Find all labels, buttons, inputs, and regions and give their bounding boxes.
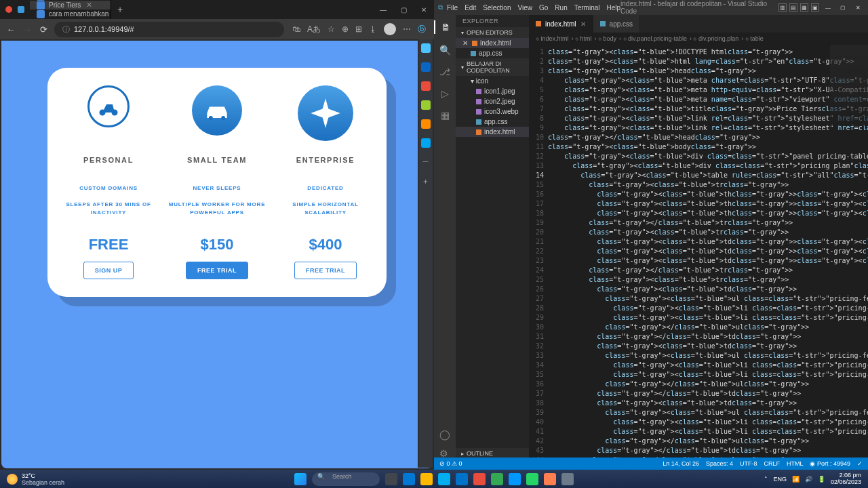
search-icon[interactable]: 🔍 — [439, 45, 451, 56]
tools-icon[interactable] — [421, 62, 431, 72]
more-icon[interactable]: ⋯ — [403, 24, 411, 34]
minimap[interactable] — [830, 45, 868, 126]
youtube-icon[interactable] — [473, 473, 486, 485]
add-icon[interactable]: ＋ — [421, 176, 431, 186]
url-input[interactable]: ⓘ 127.0.0.1:49949/# — [54, 22, 284, 37]
system-tray[interactable]: ˄ ENG 📶 🔊 🔋 2:06 pm 02/06/2023 — [764, 472, 868, 486]
copilot-icon[interactable]: ⓑ — [418, 24, 426, 35]
run-debug-icon[interactable]: ▷ — [441, 88, 449, 99]
taskbar-search[interactable]: 🔍Search — [312, 472, 380, 486]
office-icon[interactable] — [421, 119, 431, 129]
menu-item[interactable]: Help — [607, 4, 621, 12]
browser-tab[interactable]: Price Tiers✕ — [30, 1, 111, 9]
edge-icon[interactable] — [403, 473, 415, 485]
app-icon[interactable] — [544, 473, 556, 485]
menu-item[interactable]: Edit — [465, 4, 476, 12]
breadcrumb[interactable]: ⟐ index.html› ⟐ html› ⟐ body› ⟐ div.pane… — [529, 33, 868, 45]
maximize-button[interactable]: ▢ — [837, 3, 849, 12]
menu-item[interactable]: View — [518, 4, 533, 12]
status-item[interactable]: Ln 14, Col 26 — [663, 460, 699, 467]
vscode-icon[interactable] — [509, 473, 521, 485]
close-icon[interactable]: ✕ — [86, 1, 92, 9]
file-item[interactable]: icon1.jpeg — [456, 86, 529, 96]
shopping-icon[interactable] — [421, 81, 431, 91]
breadcrumb-item[interactable]: › ⟐ body — [595, 35, 617, 42]
browser-tab[interactable]: cara menambahkan shadow p✕ — [30, 9, 111, 18]
store-icon[interactable] — [438, 473, 450, 485]
menu-item[interactable]: Terminal — [574, 4, 600, 12]
free-trial-button[interactable]: FREE TRIAL — [294, 262, 357, 279]
menu-item[interactable]: Run — [555, 4, 567, 12]
minimize-button[interactable]: — — [373, 6, 393, 14]
close-icon[interactable]: ✕ — [462, 39, 468, 47]
project-section[interactable]: BELAJAR DI CODEPOLITAN — [456, 58, 529, 76]
explorer-icon[interactable]: 🗎 — [434, 20, 456, 34]
whatsapp-icon[interactable] — [526, 473, 538, 485]
editor-tab[interactable]: index.html✕ — [529, 15, 593, 33]
close-button[interactable]: ✕ — [414, 6, 434, 14]
maximize-button[interactable]: ▢ — [393, 6, 414, 14]
back-button[interactable]: ← — [5, 24, 16, 35]
word-icon[interactable] — [456, 473, 468, 485]
battery-icon[interactable]: 🔋 — [818, 476, 825, 483]
shopping-icon[interactable]: 🛍 — [292, 24, 300, 34]
status-item[interactable]: ◉ Port : 49949 — [810, 460, 850, 467]
folder-item[interactable]: ▾ icon — [456, 76, 529, 86]
app-icon[interactable] — [561, 473, 574, 485]
layout-icon[interactable]: ▣ — [811, 3, 819, 12]
layout-icon[interactable]: ▦ — [800, 3, 808, 12]
open-editor-item[interactable]: ✕index.html — [456, 38, 529, 48]
breadcrumb-item[interactable]: › ⟐ div.panel.pricing-table — [619, 35, 687, 42]
close-icon[interactable]: ✕ — [580, 20, 586, 28]
status-item[interactable]: HTML — [787, 460, 804, 467]
status-item[interactable]: Spaces: 4 — [706, 460, 733, 467]
reload-button[interactable]: ⟳ — [38, 24, 49, 35]
problems-status[interactable]: ⊘ 0 ⚠ 0 — [439, 460, 462, 467]
layout-icon[interactable]: ▥ — [778, 3, 787, 12]
file-item[interactable]: app.css — [456, 117, 529, 127]
file-item[interactable]: index.html — [456, 127, 529, 137]
clock[interactable]: 2:06 pm 02/06/2023 — [831, 472, 861, 486]
editor-tab[interactable]: app.css — [593, 15, 640, 33]
new-tab-button[interactable]: + — [111, 4, 129, 15]
weather-widget[interactable]: 32°C Sebagian cerah — [0, 472, 71, 486]
minimize-button[interactable]: — — [822, 3, 834, 12]
menu-item[interactable]: Go — [539, 4, 548, 12]
favorite-icon[interactable]: ☆ — [328, 24, 335, 34]
extensions-icon[interactable]: ⊞ — [355, 24, 362, 34]
open-editors-section[interactable]: OPEN EDITORS — [456, 27, 529, 38]
read-aloud-icon[interactable]: Aあ — [307, 24, 321, 35]
breadcrumb-item[interactable]: ⟐ index.html — [536, 35, 569, 42]
downloads-icon[interactable]: ⭳ — [369, 24, 377, 34]
breadcrumb-item[interactable]: › ⟐ table — [741, 35, 764, 42]
signup-button[interactable]: SIGN UP — [83, 262, 134, 279]
breadcrumb-item[interactable]: › ⟐ div.pricing.plan — [690, 35, 738, 42]
menu-item[interactable]: File — [447, 4, 458, 12]
status-item[interactable]: CRLF — [764, 460, 780, 467]
collections-icon[interactable]: ⊕ — [342, 24, 349, 34]
breadcrumb-item[interactable]: › ⟐ html — [572, 35, 592, 42]
file-item[interactable]: icon2.jpeg — [456, 96, 529, 106]
search-icon[interactable] — [421, 43, 431, 53]
close-button[interactable]: ✕ — [852, 3, 864, 12]
language-indicator[interactable]: ENG — [773, 476, 787, 483]
free-trial-button[interactable]: FREE TRIAL — [186, 262, 248, 279]
source-control-icon[interactable]: ⎇ — [439, 66, 450, 77]
file-item[interactable]: icon3.webp — [456, 106, 529, 117]
open-editor-item[interactable]: app.css — [456, 48, 529, 58]
wifi-icon[interactable]: 📶 — [792, 476, 800, 483]
chrome-icon[interactable] — [491, 473, 503, 485]
task-view-icon[interactable] — [385, 473, 397, 485]
status-item[interactable]: UTF-8 — [740, 460, 757, 467]
code-editor[interactable]: class="t-gray"><class="t-blue">!DOCTYPE … — [548, 45, 868, 470]
games-icon[interactable] — [421, 100, 431, 110]
explorer-icon[interactable] — [420, 473, 433, 485]
menu-item[interactable]: Selection — [483, 4, 511, 12]
account-icon[interactable]: ◯ — [439, 429, 450, 440]
layout-icon[interactable]: ▤ — [789, 3, 797, 12]
extensions-icon[interactable]: ▦ — [441, 110, 450, 121]
outlook-icon[interactable] — [421, 138, 431, 148]
start-button[interactable] — [294, 473, 307, 485]
volume-icon[interactable]: 🔊 — [805, 476, 812, 483]
status-item[interactable]: ✓ — [857, 460, 863, 467]
